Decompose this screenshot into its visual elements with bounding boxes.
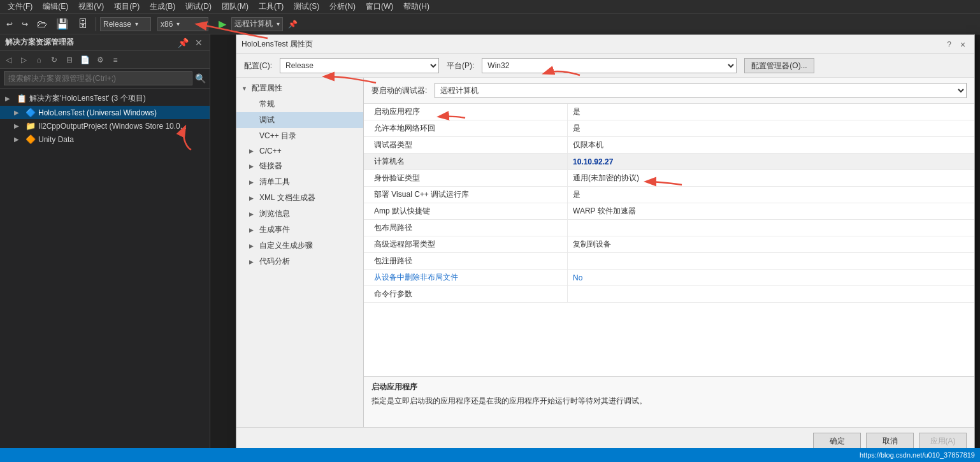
tree-unitydata[interactable]: ▶ 🔶 Unity Data <box>0 133 210 146</box>
dialog-close-btn[interactable]: × <box>956 38 969 51</box>
prop-name-pkg-reg: 包注册路径 <box>364 253 568 269</box>
tree-il2cpp[interactable]: ▶ 📁 Il2CppOutputProject (Windows Store 1… <box>0 119 210 133</box>
toolbar-redo[interactable]: ↪ <box>18 16 32 32</box>
menu-file[interactable]: 文件(F) <box>3 0 38 13</box>
config-expand-arrow: ▼ <box>241 85 249 92</box>
prop-value-deploy-runtime: 是 <box>568 187 974 203</box>
prop-value-launch-app: 是 <box>568 104 974 120</box>
search-input[interactable] <box>4 71 192 85</box>
prop-tree-xml[interactable]: ▶ XML 文档生成器 <box>236 190 363 206</box>
prop-tree-cpp[interactable]: ▶ C/C++ <box>236 144 363 158</box>
menu-build[interactable]: 生成(B) <box>145 0 180 13</box>
sidebar-refresh-btn[interactable]: ↻ <box>47 53 61 67</box>
prop-name-auth-type: 身份验证类型 <box>364 170 568 186</box>
cancel-button[interactable]: 取消 <box>866 433 914 449</box>
prop-tree-vc-dirs[interactable]: VC++ 目录 <box>236 128 363 144</box>
search-icon[interactable]: 🔍 <box>195 73 206 83</box>
sidebar-pin-icon[interactable]: 📌 <box>176 37 191 48</box>
dialog-help-label[interactable]: ? <box>947 40 951 49</box>
sidebar-home-btn[interactable]: ⌂ <box>32 53 46 67</box>
config-select[interactable]: Release <box>280 58 439 73</box>
toolbar-config-dropdown[interactable]: Release <box>100 17 151 31</box>
menu-tools[interactable]: 工具(T) <box>254 0 289 13</box>
tree-hololenstest[interactable]: ▶ 🔷 HoloLensTest (Universal Windows) <box>0 106 210 119</box>
prop-name-machine: 计算机名 <box>364 154 568 170</box>
tree-il2cpp-arrow: ▶ <box>14 122 23 129</box>
menu-debug[interactable]: 调试(D) <box>180 0 217 13</box>
menu-test[interactable]: 测试(S) <box>289 0 324 13</box>
prop-value-pkg-layout <box>568 220 974 236</box>
prop-row-remove-files: 从设备中删除非布局文件 No <box>364 270 974 286</box>
prop-value-pkg-reg <box>568 253 974 269</box>
prop-tree-manifest-label: 清单工具 <box>259 177 290 187</box>
browse-expand-arrow: ▶ <box>249 211 257 217</box>
prop-name-debugger-type: 调试器类型 <box>364 137 568 153</box>
prop-tree-debug-label: 调试 <box>259 115 275 126</box>
il2cpp-icon: 📁 <box>25 121 36 131</box>
linker-expand-arrow: ▶ <box>249 163 257 170</box>
prop-tree-vcdirs-label: VC++ 目录 <box>259 131 296 141</box>
prop-value-auth-type: 通用(未加密的协议) <box>568 170 974 186</box>
sidebar-properties-btn[interactable]: ≡ <box>108 53 122 67</box>
sidebar-forward-btn[interactable]: ▷ <box>17 53 31 67</box>
prop-description: 启动应用程序 指定是立即启动我的应用程序还是在我的应用程序开始运行时等待对其进行… <box>364 376 974 427</box>
prop-value-machine[interactable]: 10.10.92.27 <box>568 154 974 170</box>
sidebar-header: 解决方案资源管理器 📌 ✕ <box>0 34 210 51</box>
menu-view[interactable]: 视图(V) <box>73 0 109 13</box>
build-events-arrow: ▶ <box>249 227 257 233</box>
sidebar-collapse-btn[interactable]: ⊟ <box>62 53 76 67</box>
tree-solution[interactable]: ▶ 📋 解决方案'HoloLensTest' (3 个项目) <box>0 91 210 106</box>
sidebar-filter-btn[interactable]: ⚙ <box>93 53 107 67</box>
prop-tree-general[interactable]: 常规 <box>236 96 363 112</box>
toolbar-remote-dropdown[interactable]: 远程计算机 <box>231 17 283 31</box>
prop-name-cmd-args: 命令行参数 <box>364 286 568 302</box>
dialog-titlebar: HoloLensTest 属性页 ? × <box>236 35 974 54</box>
prop-tree-config[interactable]: ▼ 配置属性 <box>236 80 363 96</box>
prop-value-remote-type: 复制到设备 <box>568 236 974 252</box>
unity-icon: 🔶 <box>25 134 36 144</box>
prop-tree-code-analysis[interactable]: ▶ 代码分析 <box>236 254 363 270</box>
config-manager-btn[interactable]: 配置管理器(O)... <box>744 58 814 73</box>
prop-value-remove-files: No <box>568 270 974 285</box>
prop-tree-codeanalysis-label: 代码分析 <box>259 256 290 267</box>
debugger-select[interactable]: 远程计算机 <box>435 83 967 98</box>
status-url: https://blog.csdn.net/u010_37857819 <box>860 451 975 459</box>
prop-tree-build-events[interactable]: ▶ 生成事件 <box>236 222 363 238</box>
prop-name-remote-type: 高级远程部署类型 <box>364 236 568 252</box>
menu-team[interactable]: 团队(M) <box>217 0 254 13</box>
toolbar-undo[interactable]: ↩ <box>3 16 17 32</box>
platform-select[interactable]: Win32 <box>482 58 737 73</box>
custom-build-arrow: ▶ <box>249 243 257 249</box>
toolbar-file-ops[interactable]: 🗁 <box>33 16 51 32</box>
toolbar-extra[interactable]: 📌 <box>284 16 301 32</box>
prop-tree-browse[interactable]: ▶ 浏览信息 <box>236 206 363 222</box>
menu-analyze[interactable]: 分析(N) <box>324 0 361 13</box>
menu-window[interactable]: 窗口(W) <box>361 0 398 13</box>
sidebar-close-icon[interactable]: ✕ <box>193 37 205 48</box>
sidebar-back-btn[interactable]: ◁ <box>1 53 15 67</box>
menu-project[interactable]: 项目(P) <box>109 0 145 13</box>
tree-unity-arrow: ▶ <box>14 136 23 143</box>
toolbar-save[interactable]: 💾 <box>52 16 73 32</box>
sidebar-show-all-btn[interactable]: 📄 <box>78 53 92 67</box>
prop-tree-debug[interactable]: 调试 <box>236 112 363 128</box>
prop-name-local-network: 允许本地网络环回 <box>364 120 568 136</box>
prop-tree: ▼ 配置属性 常规 调试 VC++ 目录 ▶ C/C++ ▶ 链接器 <box>236 78 364 427</box>
menu-edit[interactable]: 编辑(E) <box>38 0 73 13</box>
properties-dialog: HoloLensTest 属性页 ? × 配置(C): Release 平台(P… <box>236 34 975 455</box>
prop-row-machine-name: 计算机名 10.10.92.27 <box>364 154 974 170</box>
prop-grid-spacer <box>364 303 974 376</box>
ok-button[interactable]: 确定 <box>813 433 861 449</box>
prop-tree-custom-build[interactable]: ▶ 自定义生成步骤 <box>236 238 363 254</box>
tree-unity-label: Unity Data <box>38 135 74 144</box>
menu-help[interactable]: 帮助(H) <box>398 0 435 13</box>
apply-button[interactable]: 应用(A) <box>919 433 967 449</box>
prop-tree-cpp-label: C/C++ <box>259 147 282 155</box>
prop-tree-config-label: 配置属性 <box>252 83 282 94</box>
prop-tree-linker[interactable]: ▶ 链接器 <box>236 158 363 174</box>
prop-name-remove-files[interactable]: 从设备中删除非布局文件 <box>364 270 568 285</box>
toolbar-play-btn[interactable]: ▶ <box>215 16 230 32</box>
toolbar-save-all[interactable]: 🗄 <box>74 16 92 32</box>
toolbar-platform-dropdown[interactable]: x86 <box>157 17 208 31</box>
prop-tree-manifest[interactable]: ▶ 清单工具 <box>236 174 363 190</box>
